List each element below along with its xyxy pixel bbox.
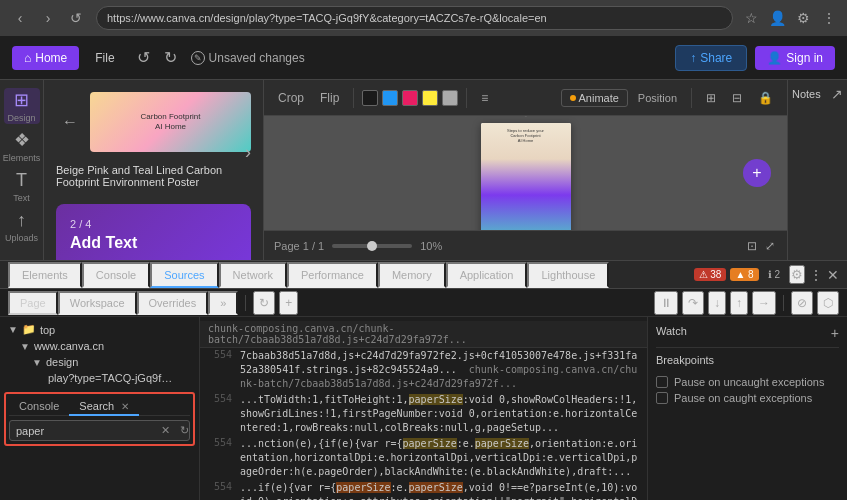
sidebar-item-uploads[interactable]: ↑ Uploads	[4, 208, 40, 244]
tab-sources[interactable]: Sources	[150, 262, 218, 288]
back-arrow-button[interactable]: ←	[56, 109, 84, 135]
sidebar-item-elements[interactable]: ❖ Elements	[4, 128, 40, 164]
tab-application[interactable]: Application	[446, 262, 528, 288]
sources-layout: ▼ 📁 top ▼ www.canva.cn ▼ design play?typ…	[0, 317, 847, 500]
mute-exceptions-button[interactable]: ⬡	[817, 291, 839, 315]
bookmark-icon[interactable]: ☆	[741, 8, 761, 28]
pause-script-button[interactable]: ⏸	[654, 291, 678, 315]
text-label: Text	[13, 193, 30, 203]
pause-caught-item[interactable]: Pause on caught exceptions	[656, 390, 839, 406]
color-swatch-black[interactable]	[362, 90, 378, 106]
devtools-close-button[interactable]: ✕	[827, 267, 839, 283]
filter-tool[interactable]: ⊟	[726, 88, 748, 108]
pause-caught-label: Pause on caught exceptions	[674, 392, 812, 404]
color-swatch-pink[interactable]	[402, 90, 418, 106]
code-line-2: 554 ...tToWidth:1,fitToHeight:1,paperSiz…	[200, 392, 647, 436]
search-tab-close-button[interactable]: ✕	[121, 401, 129, 412]
refresh-search-button[interactable]: ↻	[177, 423, 192, 438]
design-panel-content: ← Carbon FootprintAI Home Beige Pink and…	[56, 92, 251, 260]
tab-lighthouse[interactable]: Lighthouse	[527, 262, 609, 288]
tree-item-label-2: www.canva.cn	[34, 340, 104, 352]
chunk-file-label: chunk-composing.canva.cn/chunk-batch/7cb…	[208, 323, 467, 345]
tree-item-design[interactable]: ▼ design	[4, 354, 195, 370]
tab-overrides[interactable]: Overrides	[137, 291, 209, 315]
tree-item-top[interactable]: ▼ 📁 top	[4, 321, 195, 338]
devtools-settings-button[interactable]: ⚙	[789, 265, 805, 284]
notes-expand-icon[interactable]: ↗	[831, 86, 843, 102]
tab-network[interactable]: Network	[219, 262, 287, 288]
pause-uncaught-item[interactable]: Pause on uncaught exceptions	[656, 374, 839, 390]
code-text-4: ...if(e){var r={paperSize:e.paperSize,vo…	[240, 481, 639, 500]
page-progress-bar[interactable]	[332, 244, 412, 248]
step-into-button[interactable]: ↓	[708, 291, 726, 315]
pause-caught-checkbox[interactable]	[656, 392, 668, 404]
grid-tool[interactable]: ⊞	[700, 88, 722, 108]
deactivate-breakpoints-button[interactable]: ⊘	[791, 291, 813, 315]
design-label: Design	[7, 113, 35, 123]
undo-button[interactable]: ↺	[131, 44, 156, 71]
code-text-1: 7cbaab38d51a7d8d,js+c24d7d29fa972fe2.js+…	[240, 349, 639, 391]
forward-button[interactable]: ›	[36, 6, 60, 30]
extensions-icon[interactable]: ⚙	[793, 8, 813, 28]
color-swatch-yellow[interactable]	[422, 90, 438, 106]
canvas-settings-button[interactable]: ⊙	[520, 116, 532, 119]
animate-button[interactable]: Animate	[561, 89, 628, 107]
back-button[interactable]: ‹	[8, 6, 32, 30]
share-button[interactable]: ↑ Share	[675, 45, 747, 71]
tab-elements[interactable]: Elements	[8, 262, 82, 288]
format-tool[interactable]: ≡	[475, 88, 494, 108]
tree-arrow-icon-2: ▼	[20, 341, 30, 352]
top-toolbar: ⌂ Home File ↺ ↻ ✎ Unsaved changes ↑ Shar…	[0, 36, 847, 80]
search-input[interactable]	[16, 425, 154, 437]
search-tab-console[interactable]: Console	[9, 397, 69, 415]
tab-page[interactable]: Page	[8, 291, 58, 315]
search-tab-search[interactable]: Search ✕	[69, 397, 139, 415]
tooltip-title: Add Text	[70, 234, 237, 252]
tab-memory[interactable]: Memory	[378, 262, 446, 288]
tab-performance[interactable]: Performance	[287, 262, 378, 288]
canvas-action-button[interactable]: +	[743, 159, 771, 187]
lock-tool[interactable]: 🔒	[752, 88, 779, 108]
panel-collapse-arrow[interactable]: ›	[245, 142, 251, 163]
code-file-header: chunk-composing.canva.cn/chunk-batch/7cb…	[200, 321, 647, 348]
step-over-button[interactable]: ↷	[682, 291, 704, 315]
crop-tool[interactable]: Crop	[272, 88, 310, 108]
tree-item-canva[interactable]: ▼ www.canva.cn	[4, 338, 195, 354]
sync-button[interactable]: ↻	[253, 291, 275, 315]
flip-tool[interactable]: Flip	[314, 88, 345, 108]
menu-icon[interactable]: ⋮	[819, 8, 839, 28]
tab-workspace[interactable]: Workspace	[58, 291, 137, 315]
sources-right-area: chunk-composing.canva.cn/chunk-batch/7cb…	[200, 317, 847, 500]
reload-button[interactable]: ↺	[64, 6, 88, 30]
add-source-button[interactable]: +	[279, 291, 298, 315]
sidebar-item-text[interactable]: T Text	[4, 168, 40, 204]
profile-icon[interactable]: 👤	[767, 8, 787, 28]
redo-button[interactable]: ↻	[158, 44, 183, 71]
devtools-more-button[interactable]: ⋮	[809, 267, 823, 283]
tab-more-sources[interactable]: »	[208, 291, 238, 315]
fit-view-button[interactable]: ⊡	[745, 237, 759, 255]
design-icon: ⊞	[14, 89, 29, 111]
notes-panel: Notes ↗	[787, 80, 847, 260]
position-button[interactable]: Position	[632, 89, 683, 107]
signin-label: Sign in	[786, 51, 823, 65]
url-bar[interactable]: https://www.canva.cn/design/play?type=TA…	[96, 6, 733, 30]
pause-uncaught-checkbox[interactable]	[656, 376, 668, 388]
clear-search-button[interactable]: ✕	[158, 423, 173, 438]
color-swatch-blue[interactable]	[382, 90, 398, 106]
step-button[interactable]: →	[752, 291, 776, 315]
template-preview: Carbon FootprintAI Home	[90, 92, 251, 152]
tab-console[interactable]: Console	[82, 262, 150, 288]
signin-button[interactable]: 👤 Sign in	[755, 46, 835, 70]
watch-add-icon[interactable]: +	[831, 325, 839, 341]
step-out-button[interactable]: ↑	[730, 291, 748, 315]
expand-view-button[interactable]: ⤢	[763, 237, 777, 255]
color-swatch-gray[interactable]	[442, 90, 458, 106]
sidebar-item-design[interactable]: ⊞ Design	[4, 88, 40, 124]
search-input-row: ✕ ↻ ⊘	[9, 420, 190, 441]
tree-item-play[interactable]: play?type=TACQ-jGq9fY&category=tACZCs7e-…	[4, 370, 195, 386]
code-line-1: 554 7cbaab38d51a7d8d,js+c24d7d29fa972fe2…	[200, 348, 647, 392]
home-button[interactable]: ⌂ Home	[12, 46, 79, 70]
line-number-1: 554	[208, 349, 232, 360]
file-button[interactable]: File	[87, 46, 122, 70]
